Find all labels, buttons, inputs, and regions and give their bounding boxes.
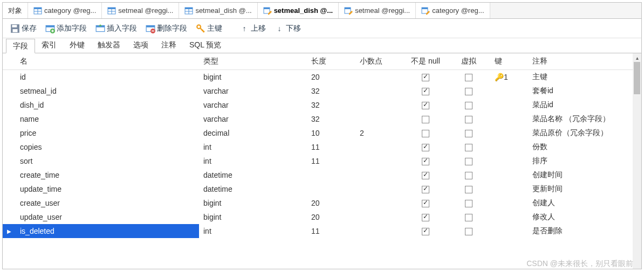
table-row[interactable]: copiesint11份数 [3,140,641,154]
table-row[interactable]: sortint11排序 [3,154,641,168]
cell-notnull[interactable] [404,98,447,112]
cell-name[interactable]: price [16,126,199,140]
cell-virtual[interactable] [447,168,490,182]
checkbox[interactable] [422,172,429,179]
cell-type[interactable]: int [199,140,307,154]
checkbox[interactable] [465,130,472,137]
cell-key[interactable] [490,112,528,126]
checkbox[interactable] [465,200,472,207]
cell-key[interactable] [490,168,528,182]
cell-decimal[interactable] [355,182,404,196]
table-row[interactable]: pricedecimal102菜品原价（冗余字段） [3,126,641,140]
cell-key[interactable] [490,224,528,238]
col-type[interactable]: 类型 [199,53,307,70]
cell-key[interactable] [490,98,528,112]
col-key[interactable]: 键 [490,53,528,70]
cell-key[interactable] [490,126,528,140]
cell-decimal[interactable] [355,140,404,154]
cell-notnull[interactable] [404,154,447,168]
cell-comment[interactable]: 菜品id [528,98,641,112]
cell-type[interactable]: bigint [199,210,307,224]
cell-type[interactable]: datetime [199,182,307,196]
cell-length[interactable] [307,182,355,196]
checkbox[interactable] [465,228,472,235]
cell-decimal[interactable] [355,112,404,126]
cell-decimal[interactable] [355,70,404,85]
cell-type[interactable]: bigint [199,196,307,210]
cell-comment[interactable]: 主键 [528,70,641,85]
cell-notnull[interactable] [404,84,447,98]
cell-key[interactable] [490,84,528,98]
cell-decimal[interactable] [355,84,404,98]
cell-comment[interactable]: 创建时间 [528,168,641,182]
col-name[interactable]: 名 [16,53,199,70]
cell-length[interactable]: 32 [307,84,355,98]
cell-notnull[interactable] [404,224,447,238]
checkbox[interactable] [422,102,429,109]
table-row[interactable]: idbigint20🔑1主键 [3,70,641,85]
cell-comment[interactable]: 排序 [528,154,641,168]
add-field-button[interactable]: 添加字段 [42,22,90,35]
checkbox[interactable] [465,214,472,221]
designer-tab[interactable]: 字段 [6,39,35,53]
table-row[interactable]: dish_idvarchar32菜品id [3,98,641,112]
cell-virtual[interactable] [447,112,490,126]
editor-tab[interactable]: 对象 [3,3,28,18]
cell-notnull[interactable] [404,112,447,126]
cell-virtual[interactable] [447,196,490,210]
cell-comment[interactable]: 菜品原价（冗余字段） [528,126,641,140]
cell-comment[interactable]: 菜品名称 （冗余字段） [528,112,641,126]
insert-field-button[interactable]: 插入字段 [92,22,140,35]
checkbox[interactable] [422,144,429,151]
cell-virtual[interactable] [447,126,490,140]
cell-name[interactable]: is_deleted [16,224,199,238]
editor-tab[interactable]: setmeal_dish @... [258,3,339,18]
checkbox[interactable] [465,144,472,151]
cell-type[interactable]: varchar [199,112,307,126]
cell-key[interactable] [490,182,528,196]
checkbox[interactable] [422,214,429,221]
col-virtual[interactable]: 虚拟 [447,53,490,70]
cell-decimal[interactable] [355,168,404,182]
cell-name[interactable]: setmeal_id [16,84,199,98]
editor-tab[interactable]: setmeal @reggi... [102,3,179,18]
cell-key[interactable] [490,140,528,154]
checkbox[interactable] [422,116,429,123]
cell-notnull[interactable] [404,126,447,140]
cell-length[interactable]: 20 [307,70,355,85]
cell-name[interactable]: update_time [16,182,199,196]
cell-length[interactable]: 11 [307,154,355,168]
cell-decimal[interactable] [355,224,404,238]
checkbox[interactable] [465,102,472,109]
table-row[interactable]: namevarchar32菜品名称 （冗余字段） [3,112,641,126]
cell-type[interactable]: decimal [199,126,307,140]
col-notnull[interactable]: 不是 null [404,53,447,70]
cell-name[interactable]: id [16,70,199,85]
cell-name[interactable]: copies [16,140,199,154]
cell-virtual[interactable] [447,140,490,154]
cell-virtual[interactable] [447,224,490,238]
scroll-up-icon[interactable]: ▴ [633,53,641,62]
cell-length[interactable]: 20 [307,196,355,210]
designer-tab[interactable]: 选项 [127,38,155,53]
cell-virtual[interactable] [447,70,490,85]
cell-decimal[interactable]: 2 [355,126,404,140]
cell-decimal[interactable] [355,210,404,224]
cell-notnull[interactable] [404,210,447,224]
designer-tab[interactable]: 注释 [155,38,183,53]
cell-name[interactable]: dish_id [16,98,199,112]
cell-notnull[interactable] [404,140,447,154]
checkbox[interactable] [422,158,429,165]
cell-comment[interactable]: 份数 [528,140,641,154]
checkbox[interactable] [422,200,429,207]
cell-name[interactable]: update_user [16,210,199,224]
cell-name[interactable]: create_time [16,168,199,182]
checkbox[interactable] [422,74,429,81]
cell-virtual[interactable] [447,84,490,98]
col-length[interactable]: 长度 [307,53,355,70]
designer-tab[interactable]: 索引 [35,38,63,53]
cell-length[interactable]: 32 [307,112,355,126]
scroll-thumb[interactable] [634,62,640,94]
checkbox[interactable] [422,228,429,235]
delete-field-button[interactable]: 删除字段 [142,22,190,35]
